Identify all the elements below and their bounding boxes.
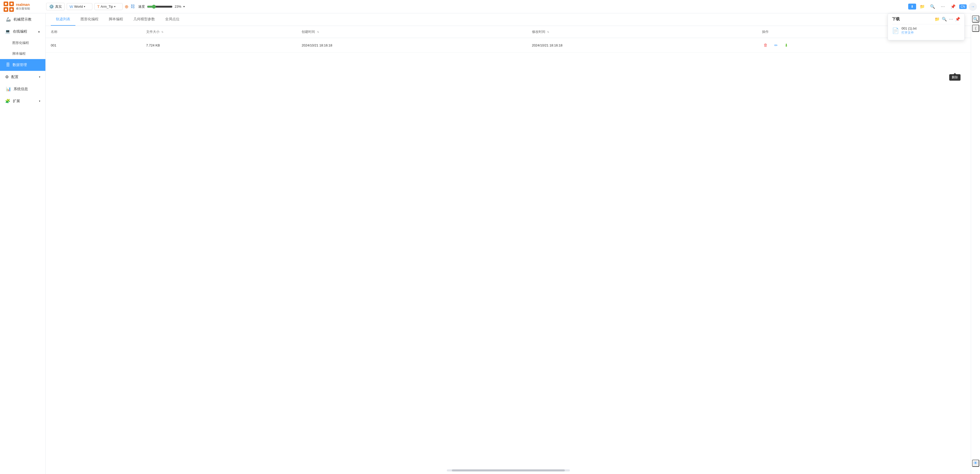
file-icon: 📄 <box>892 27 899 34</box>
sidebar-item-mechanical-arm[interactable]: 🦾 机械臂示教 <box>0 13 45 26</box>
search-icon: 🔍 <box>930 4 935 9</box>
col-name: 名称 <box>46 26 141 38</box>
pin-icon: 📌 <box>950 4 956 9</box>
sidebar-item-mechanical-arm-label: 机械臂示教 <box>14 17 32 22</box>
system-info-icon: 📊 <box>6 86 11 91</box>
scrollbar-thumb <box>452 469 565 471</box>
delete-tooltip: 删除 <box>949 74 961 81</box>
sidebar-item-extensions-label: 扩展 <box>13 99 20 104</box>
speed-slider[interactable] <box>147 5 173 9</box>
download-item: 📄 001 (1).txt 打开文件 <box>892 24 960 37</box>
mode-label: 真实 <box>55 4 62 9</box>
col-size[interactable]: 文件大小 ⇅ <box>141 26 296 38</box>
sidebar-item-graphic-programming-label: 图形化编程 <box>12 41 29 45</box>
file-info: 001 (1).txt 打开文件 <box>902 26 960 35</box>
popup-folder-button[interactable]: 📁 <box>935 17 940 22</box>
language-badge[interactable]: CN <box>959 4 967 9</box>
arm-selector[interactable]: T Arm_Tip ▾ <box>94 3 123 10</box>
tab-script-programming[interactable]: 脚本编程 <box>103 13 128 26</box>
sidebar-item-online-programming[interactable]: 💻 在线编程 ▲ <box>0 26 45 37</box>
search-button[interactable]: 🔍 <box>928 3 937 11</box>
open-file-link[interactable]: 打开文件 <box>902 31 914 34</box>
user-icon: → <box>971 4 975 9</box>
extensions-chevron-icon: ▾ <box>39 100 40 102</box>
arm-icon: T <box>97 4 100 9</box>
pin-button[interactable]: 📌 <box>949 3 957 11</box>
sidebar-item-data-management[interactable]: 🗄 数据管理 <box>0 59 45 71</box>
delete-button[interactable]: 🗑 <box>762 41 769 49</box>
world-chevron-icon: ▾ <box>84 5 85 8</box>
right-panel-eye-button[interactable]: 👁 <box>972 460 979 467</box>
svg-point-4 <box>5 3 7 5</box>
download-button[interactable]: ⬇ <box>783 41 790 49</box>
popup-pin-button[interactable]: 📌 <box>955 17 960 22</box>
configuration-chevron-icon: ▾ <box>39 75 40 78</box>
data-management-icon: 🗄 <box>6 63 10 67</box>
world-label: World <box>74 5 83 8</box>
logo-sub: 睿尔曼智能 <box>16 7 30 11</box>
arm-chevron-icon: ▾ <box>114 5 115 8</box>
svg-point-6 <box>5 8 7 11</box>
speed-label: 速度 <box>138 4 145 9</box>
download-indicator-button[interactable]: ⬇ <box>908 3 916 10</box>
folder-icon: 📁 <box>920 4 925 9</box>
cell-created: 2024/10/21 18:16:18 <box>296 38 527 53</box>
horizontal-scrollbar[interactable] <box>447 469 570 471</box>
popup-search-button[interactable]: 🔍 <box>942 17 947 22</box>
user-button[interactable]: → <box>969 3 977 11</box>
mechanical-arm-icon: 🦾 <box>6 17 11 22</box>
app-body: 🦾 机械臂示教 💻 在线编程 ▲ 图形化编程 脚本编程 🗄 数据管理 ⚙ 配置 … <box>0 13 980 474</box>
file-name: 001 (1).txt <box>902 26 960 30</box>
cell-modified: 2024/10/21 18:16:18 <box>527 38 757 53</box>
sidebar-item-configuration[interactable]: ⚙ 配置 ▾ <box>0 71 45 83</box>
sidebar-item-configuration-label: 配置 <box>11 75 19 79</box>
tab-geometric-params[interactable]: 几何模型参数 <box>128 13 160 26</box>
sidebar-item-script-programming-label: 脚本编程 <box>12 52 25 56</box>
cell-name: 001 <box>46 38 141 53</box>
download-popup-buttons: 📁 🔍 ⋯ 📌 <box>935 17 960 22</box>
topbar: realman 睿尔曼智能 ⚙️ 真实 W World ▾ T Arm_Tip … <box>0 0 980 13</box>
more-button[interactable]: ⋯ <box>939 3 947 11</box>
speed-pct: 23% <box>175 5 181 8</box>
table-header: 名称 文件大小 ⇅ 创建时间 ⇅ 修改时间 ⇅ <box>46 26 971 38</box>
right-search-icon: 🔍 <box>973 17 978 22</box>
sidebar-item-online-programming-label: 在线编程 <box>13 29 27 34</box>
logo-text-area: realman 睿尔曼智能 <box>16 3 30 11</box>
sidebar-item-data-management-label: 数据管理 <box>13 63 27 67</box>
download-popup: 下载 📁 🔍 ⋯ 📌 📄 001 (1).txt 打开文件 <box>888 13 965 40</box>
eye-icon: 👁 <box>974 461 978 466</box>
right-panel-collapse-button[interactable]: ⟨ <box>972 25 979 32</box>
edit-button[interactable]: ✏ <box>772 41 780 49</box>
sidebar-item-system-info[interactable]: 📊 系统信息 <box>0 83 45 95</box>
tab-graphic-programming[interactable]: 图形化编程 <box>75 13 103 26</box>
main-content: 轨迹列表 图形化编程 脚本编程 几何模型参数 全局点位 名称 <box>46 13 971 474</box>
world-selector[interactable]: W World ▾ <box>67 3 92 10</box>
extensions-icon: 🧩 <box>5 99 10 104</box>
sidebar-item-graphic-programming[interactable]: 图形化编程 <box>0 37 45 48</box>
logo-icon <box>3 1 14 12</box>
mode-button[interactable]: ⚙️ 真实 <box>46 3 65 10</box>
arm-label: Arm_Tip <box>100 5 113 8</box>
online-programming-icon: 💻 <box>5 29 10 34</box>
right-panel-search-button[interactable]: 🔍 <box>972 15 979 22</box>
col-created[interactable]: 创建时间 ⇅ <box>296 26 527 38</box>
more-icon: ⋯ <box>941 4 945 9</box>
online-programming-chevron-icon: ▲ <box>38 30 40 33</box>
logo-area: realman 睿尔曼智能 <box>3 1 44 12</box>
col-modified[interactable]: 修改时间 ⇅ <box>527 26 757 38</box>
tab-trajectory-list[interactable]: 轨迹列表 <box>51 13 75 26</box>
sidebar-item-extensions[interactable]: 🧩 扩展 ▾ <box>0 95 45 107</box>
cell-size: 7.724 KB <box>141 38 296 53</box>
popup-more-button[interactable]: ⋯ <box>949 17 953 22</box>
action-buttons: 🗑 ✏ ⬇ <box>762 41 966 49</box>
folder-button[interactable]: 📁 <box>918 3 926 11</box>
svg-point-5 <box>11 3 13 5</box>
created-sort-icon: ⇅ <box>317 30 319 34</box>
joint-icon: ⛓ <box>130 4 135 9</box>
sidebar-item-script-programming[interactable]: 脚本编程 <box>0 48 45 59</box>
right-collapse-icon: ⟨ <box>975 26 977 31</box>
topbar-right: ⬇ 📁 🔍 ⋯ 📌 CN → <box>908 3 977 11</box>
tabs-bar: 轨迹列表 图形化编程 脚本编程 几何模型参数 全局点位 <box>46 13 971 26</box>
right-panel: 🔍 ⟨ 👁 <box>971 13 980 474</box>
tab-global-points[interactable]: 全局点位 <box>160 13 185 26</box>
